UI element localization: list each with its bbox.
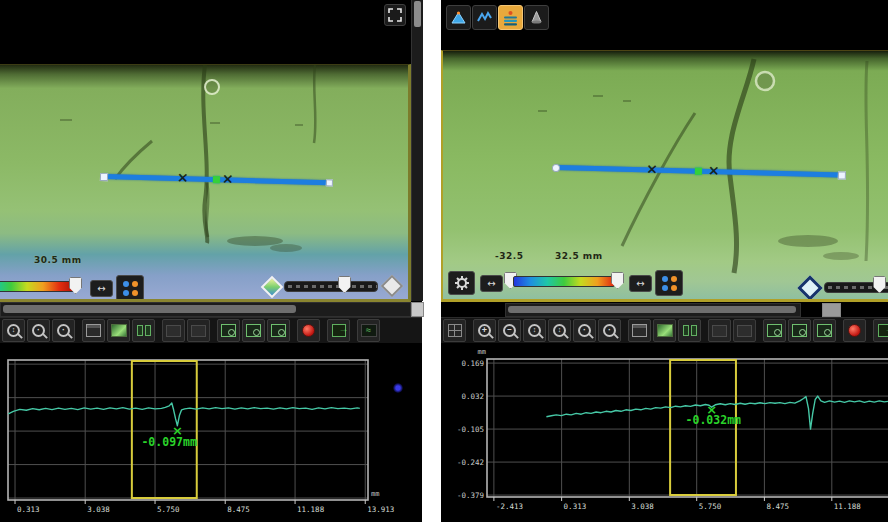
arrows-icon: ↔ [97,284,105,294]
palette-dots-button[interactable] [655,270,683,296]
region-zoom-button-2[interactable] [788,319,811,342]
color-scale-bar[interactable] [0,281,76,292]
region-zoom-button-1[interactable] [763,319,786,342]
scroll-corner [411,302,424,317]
range-fit-button[interactable]: ↔ [90,280,113,297]
region-zoom-3-icon [271,324,286,337]
disabled-button-2[interactable] [733,319,756,342]
region-zoom-button-3[interactable] [267,319,290,342]
left-vertical-scroll-thumb[interactable] [414,1,421,27]
gear-icon [454,275,470,291]
record-button[interactable] [297,319,320,342]
disabled-2-icon [191,325,206,337]
export-image-button[interactable] [327,319,350,342]
arrows-icon: ↔ [487,279,495,289]
split-view-icon [137,325,151,336]
window-layout-icon [632,324,647,337]
zoom-dot2-button[interactable] [52,319,75,342]
line-endpoint-left[interactable] [100,173,108,181]
zoom-dot2-icon [603,324,616,337]
region-zoom-3-icon [817,324,832,337]
image-view-icon [657,324,673,337]
svg-text:mm: mm [478,348,486,356]
left-vertical-scrollbar[interactable] [411,0,423,301]
export-image-button[interactable] [873,319,888,342]
region-zoom-button-2[interactable] [242,319,265,342]
window-layout-button[interactable] [628,319,651,342]
region-zoom-1-icon [767,324,782,337]
settings-gear-button[interactable] [448,271,475,295]
svg-text:0.313: 0.313 [17,505,40,514]
image-view-button[interactable] [107,319,130,342]
right-profile-plot[interactable]: ×-0.032mm-2.4130.3133.0385.7508.47511.18… [441,344,888,522]
zoom-arrows-button[interactable] [523,319,546,342]
right-horizontal-scrollbar[interactable] [505,303,801,317]
expand-view-button[interactable] [384,4,406,26]
right-horizontal-scroll-thumb[interactable] [508,306,796,313]
left-horizontal-scrollbar[interactable] [0,302,411,317]
zoom-dot-icon [32,324,45,337]
zoom-arrows-icon [528,324,541,337]
x-marker-2[interactable]: × [708,163,720,177]
line-endpoint-right[interactable] [838,171,846,179]
disabled-button-2[interactable] [187,319,210,342]
region-zoom-button-1[interactable] [217,319,240,342]
left-profile-plot[interactable]: ×-0.097mm0.3133.0385.7508.47511.18813.91… [0,344,422,522]
window-layout-icon [86,324,101,337]
line-endpoint-left[interactable] [552,164,560,172]
zoom-arrows-icon [7,324,20,337]
split-view-button[interactable] [132,319,155,342]
stray-blue-dot [393,383,403,393]
record-button[interactable] [843,319,866,342]
left-image-viewport[interactable]: × × 30.5 mm ↔ [0,64,411,302]
zoom-dot-button[interactable] [573,319,596,342]
opacity-slider-track[interactable] [284,281,378,292]
left-toolbar: ≈ [0,317,422,344]
profile-mode-button[interactable] [472,5,497,30]
palette-dots-button[interactable] [116,275,144,301]
profile-window-button[interactable]: ≈ [357,319,380,342]
layer-contour-mode-button[interactable] [498,5,523,30]
region-zoom-button-3[interactable] [813,319,836,342]
x-marker-1[interactable]: × [177,170,189,184]
line-center-marker[interactable] [213,176,220,183]
x-marker-1[interactable]: × [646,161,658,175]
disabled-button-1[interactable] [708,319,731,342]
svg-text:0.169: 0.169 [461,359,484,368]
scale-max-label: 32.5 mm [555,251,603,261]
svg-text:8.475: 8.475 [227,505,250,514]
svg-text:0.313: 0.313 [564,502,587,511]
range-fit-button[interactable]: ↔ [480,275,503,292]
zoom-dot2-icon [57,324,70,337]
image-view-button[interactable] [653,319,676,342]
svg-text:3.038: 3.038 [631,502,654,511]
profile-wave-icon [476,9,493,26]
palette-dots-icon [662,276,677,291]
zoom-fit-button[interactable] [548,319,571,342]
disabled-button-1[interactable] [162,319,185,342]
zoom-dot2-button[interactable] [598,319,621,342]
x-marker-2[interactable]: × [222,171,234,185]
zoom-out-button[interactable] [498,319,521,342]
svg-text:5.750: 5.750 [157,505,180,514]
scale-min-label: -32.5 [495,251,523,261]
zoom-dot-button[interactable] [27,319,50,342]
zoom-in-button[interactable] [473,319,496,342]
zoom-arrows-button[interactable] [2,319,25,342]
expand-arrows-icon [388,8,402,22]
export-image-icon [332,324,346,337]
layout-grid-button[interactable] [443,319,466,342]
line-center-marker[interactable] [695,168,702,175]
line-endpoint-right[interactable] [326,179,333,186]
color-scale-bar[interactable] [513,276,615,287]
right-image-viewport[interactable]: × × -32.5 32.5 mm ↔ [441,50,888,302]
window-layout-button[interactable] [82,319,105,342]
surface-3d-mode-button[interactable] [524,5,549,30]
scroll-end-box[interactable] [822,303,841,317]
range-fit-button-2[interactable]: ↔ [629,275,652,292]
split-view-button[interactable] [678,319,701,342]
left-horizontal-scroll-thumb[interactable] [3,305,296,313]
app-window: × × 30.5 mm ↔ ≈ × [0,0,888,522]
height-map-mode-button[interactable] [446,5,471,30]
zoom-fit-icon [553,324,566,337]
